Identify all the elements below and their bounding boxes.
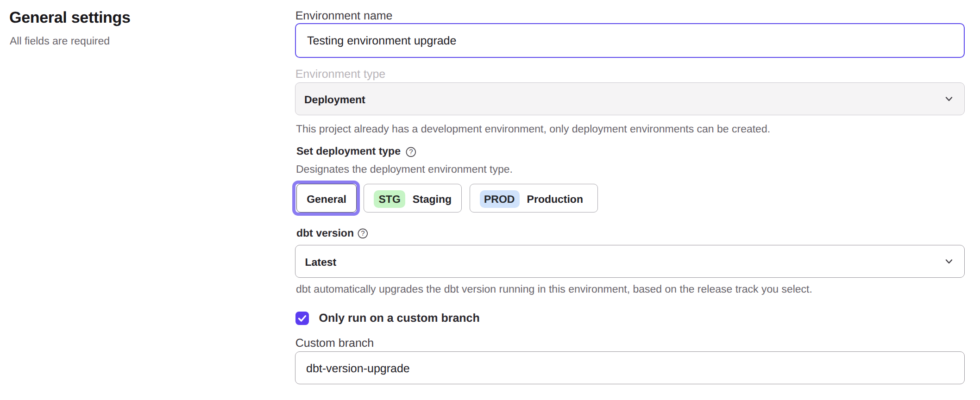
svg-text:?: ? bbox=[409, 148, 413, 156]
svg-text:?: ? bbox=[361, 230, 364, 238]
